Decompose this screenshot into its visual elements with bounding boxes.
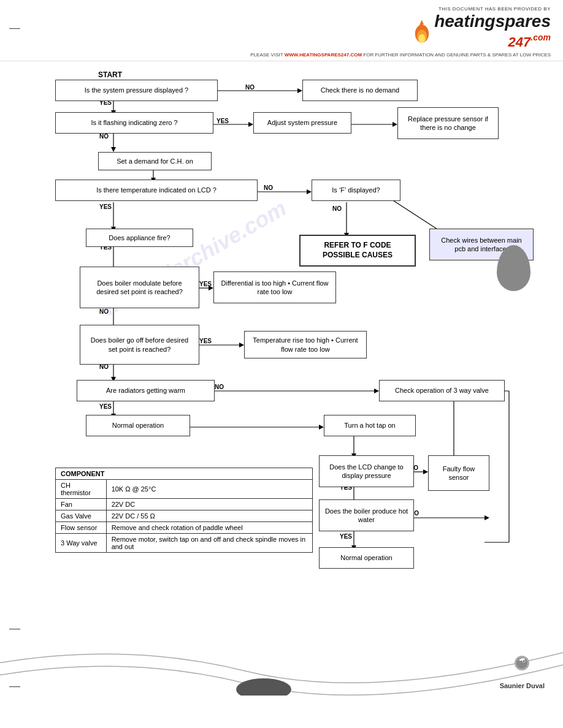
svg-marker-16 — [307, 189, 312, 194]
table-cell-component: Gas Valve — [56, 510, 107, 522]
logo-com: .com — [530, 32, 551, 42]
node-n3: Is it flashing indicating zero ? — [55, 112, 213, 134]
label-n3-yes: YES — [216, 118, 229, 124]
table-cell-component: CH thermistor — [56, 480, 107, 499]
component-table: COMPONENT CH thermistor 10K Ω @ 25°C Fan… — [55, 468, 313, 553]
node-n2: Check there is no demand — [302, 80, 418, 101]
start-label: START — [98, 70, 122, 79]
table-header: COMPONENT — [56, 468, 313, 480]
table-cell-value: 22V DC / 55 Ω — [106, 510, 312, 522]
saunier-duval-logo: Saunier Duval — [500, 654, 545, 689]
margin-mark-tl: — — [9, 622, 20, 635]
label-n14-yes: YES — [199, 338, 212, 344]
svg-marker-38 — [319, 425, 324, 430]
label-n1-no: NO — [245, 84, 255, 91]
table-cell-value: Remove and check rotation of paddle whee… — [106, 522, 312, 534]
logo-heating: heating — [434, 12, 496, 31]
label-n7-yes: YES — [99, 203, 112, 210]
svg-marker-8 — [248, 122, 253, 127]
label-n3-no: NO — [99, 133, 109, 140]
margin-mark-bl: — — [9, 680, 20, 692]
flowchart: START — [18, 70, 546, 604]
footer-decoration — [0, 616, 563, 696]
main-content: manualarchive.com START — [0, 61, 563, 616]
label-n12-no: NO — [99, 308, 109, 315]
header-sub-pre: PLEASE VISIT — [250, 52, 284, 58]
table-cell-component: Flow sensor — [56, 522, 107, 534]
label-n7-no: NO — [264, 184, 273, 191]
node-n20: Does the LCD change to display pressure — [319, 455, 414, 487]
table-cell-value: 22V DC — [106, 499, 312, 510]
node-n6: Set a demand for C.H. on — [98, 152, 212, 170]
svg-marker-42 — [423, 469, 428, 474]
node-n4: Adjust system pressure — [253, 112, 351, 134]
node-n15: Temperature rise too high • Current flow… — [244, 331, 367, 358]
header-sub-post: FOR FURTHER INFORMATION AND GENUINE PART… — [362, 52, 551, 58]
svg-marker-30 — [239, 343, 244, 347]
label-n22-yes: YES — [340, 533, 352, 540]
table-cell-component: Fan — [56, 499, 107, 510]
logo-spares: spares — [496, 12, 551, 31]
page-footer: Saunier Duval — — — [0, 616, 563, 696]
table-cell-value: Remove motor, switch tap on and off and … — [106, 534, 312, 553]
node-n13: Differential is too high • Current flow … — [213, 271, 336, 303]
label-n8-no2: NO — [332, 205, 342, 212]
table-row: Flow sensor Remove and check rotation of… — [56, 522, 313, 534]
svg-point-58 — [523, 661, 524, 662]
svg-marker-51 — [484, 515, 489, 520]
node-n17: Check operation of 3 way valve — [379, 380, 505, 401]
label-n16-no: NO — [215, 384, 224, 390]
header-right: THIS DOCUMENT HAS BEEN PROVIDED BY heati… — [250, 6, 551, 58]
node-n22: Does the boiler produce hot water — [319, 499, 414, 531]
header-tagline: THIS DOCUMENT HAS BEEN PROVIDED BY — [250, 6, 551, 12]
node-n10: Does appliance fire? — [86, 229, 193, 247]
page-header: THIS DOCUMENT HAS BEEN PROVIDED BY heati… — [0, 0, 563, 61]
node-n8: Is ‘F’ displayed? — [312, 180, 400, 201]
label-n12-yes: YES — [199, 281, 212, 287]
brand-name: Saunier Duval — [500, 682, 545, 689]
node-n5: Replace pressure sensor if there is no c… — [397, 107, 499, 139]
table-cell-value: 10K Ω @ 25°C — [106, 480, 312, 499]
node-n1: Is the system pressure displayed ? — [55, 80, 218, 101]
node-n23: Normal operation — [319, 547, 414, 569]
node-n12: Does boiler modulate before desired set … — [80, 267, 199, 308]
table-row: Fan 22V DC — [56, 499, 313, 510]
margin-mark-tr: — — [9, 21, 20, 34]
logo-area: heatingspares 247.com — [250, 12, 551, 51]
svg-point-2 — [419, 34, 426, 43]
label-n16-yes: YES — [99, 403, 112, 410]
svg-marker-34 — [374, 389, 379, 393]
svg-marker-12 — [111, 147, 116, 152]
node-n11: REFER TO F CODE POSSIBLE CAUSES — [299, 235, 416, 267]
node-n21: Faulty flow sensor — [428, 455, 489, 491]
header-url: WWW.HEATINGSPARES247.COM — [285, 52, 362, 58]
node-n18: Normal operation — [86, 415, 190, 436]
svg-marker-10 — [393, 122, 397, 127]
svg-point-54 — [236, 678, 291, 696]
table-row: CH thermistor 10K Ω @ 25°C — [56, 480, 313, 499]
header-sub: PLEASE VISIT WWW.HEATINGSPARES247.COM FO… — [250, 52, 551, 58]
node-n19: Turn a hot tap on — [324, 415, 416, 436]
node-n14: Does boiler go off before desired set po… — [80, 325, 199, 365]
flame-icon — [410, 19, 434, 44]
table-row: 3 Way valve Remove motor, switch tap on … — [56, 534, 313, 553]
table-cell-component: 3 Way valve — [56, 534, 107, 553]
node-n16: Are radiators getting warm — [77, 380, 215, 401]
node-n7: Is there temperature indicated on LCD ? — [55, 180, 258, 201]
logo-num: 247 — [508, 34, 531, 50]
table-row: Gas Valve 22V DC / 55 Ω — [56, 510, 313, 522]
svg-marker-4 — [297, 88, 302, 93]
logo-text: heatingspares 247.com — [434, 12, 551, 51]
sd-bird-icon — [507, 654, 537, 678]
